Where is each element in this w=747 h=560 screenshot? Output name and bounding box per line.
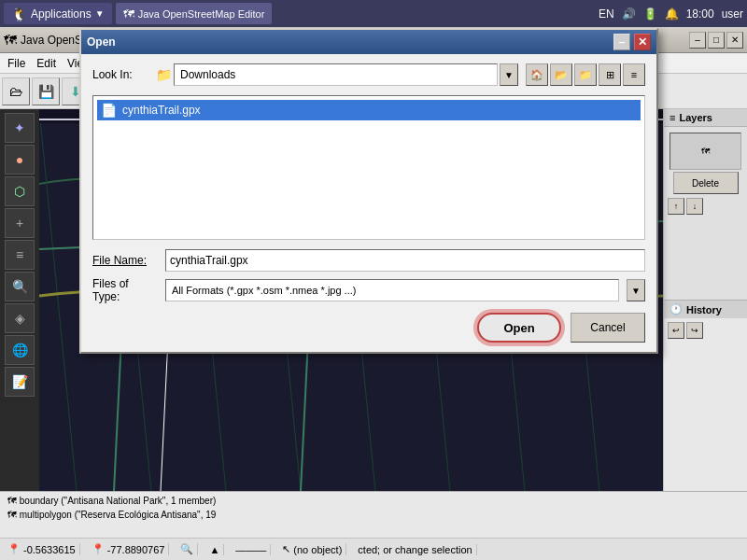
dialog-overlay: Open – ✕ Look In: 📁 Downloads ▼ 🏠 [0,0,747,560]
nav-folder-button[interactable]: 📂 [550,63,572,86]
dialog-minimize-button[interactable]: – [613,34,630,50]
cancel-button-label: Cancel [590,321,625,334]
file-name-input[interactable] [165,249,645,272]
file-gpx-name: cynthiaTrail.gpx [122,104,201,117]
files-type-label: Files of Type: [92,277,158,303]
dialog-title-controls: – ✕ [613,34,651,50]
folder-icon: 📁 [156,67,172,82]
look-in-row: Look In: 📁 Downloads ▼ 🏠 📂 📁 ⊞ ≡ [92,63,645,86]
dialog-body: Look In: 📁 Downloads ▼ 🏠 📂 📁 ⊞ ≡ [81,54,656,352]
dialog-buttons: Open Cancel [92,313,645,343]
nav-grid-button[interactable]: ⊞ [599,63,621,86]
open-button[interactable]: Open [477,313,561,343]
cancel-button[interactable]: Cancel [571,313,645,343]
look-in-label: Look In: [92,68,148,81]
nav-home-button[interactable]: 🏠 [526,63,548,86]
files-type-value: All Formats (*.gpx *.osm *.nmea *.jpg ..… [172,285,356,296]
file-name-label: File Name: [92,254,158,267]
files-type-select[interactable]: All Formats (*.gpx *.osm *.nmea *.jpg ..… [165,279,619,301]
files-type-row: Files of Type: All Formats (*.gpx *.osm … [92,277,645,303]
look-in-select[interactable]: Downloads [174,63,498,86]
open-button-label: Open [503,321,534,335]
nav-new-folder-button[interactable]: 📁 [574,63,597,86]
files-type-dropdown-button[interactable]: ▼ [627,279,645,301]
file-name-row: File Name: [92,249,645,272]
open-dialog: Open – ✕ Look In: 📁 Downloads ▼ 🏠 [79,28,658,354]
file-item-gpx[interactable]: 📄 cynthiaTrail.gpx [97,100,641,120]
look-in-control: 📁 Downloads ▼ [156,63,518,86]
dialog-title-bar: Open – ✕ [81,30,656,54]
file-list-area[interactable]: 📄 cynthiaTrail.gpx [92,95,645,240]
look-in-value: Downloads [180,68,235,81]
look-in-icons: 🏠 📂 📁 ⊞ ≡ [526,63,645,86]
dialog-close-button[interactable]: ✕ [634,34,651,50]
dialog-title: Open [87,35,116,49]
look-in-dropdown-button[interactable]: ▼ [500,63,518,86]
file-gpx-icon: 📄 [101,103,117,118]
nav-list-button[interactable]: ≡ [623,63,645,86]
